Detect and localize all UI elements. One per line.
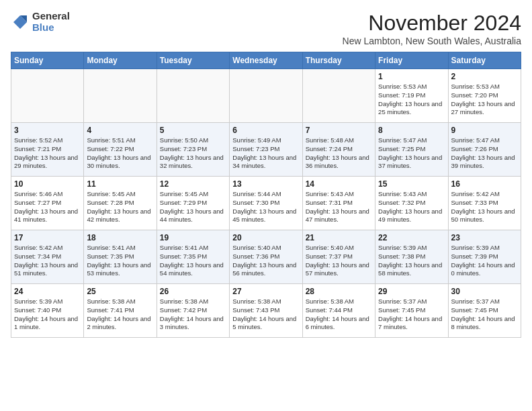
day-cell: 4Sunrise: 5:51 AM Sunset: 7:22 PM Daylig… [84,123,157,177]
logo-icon [11,13,30,32]
day-cell: 1Sunrise: 5:53 AM Sunset: 7:19 PM Daylig… [375,69,448,123]
header: General Blue November 2024 New Lambton, … [11,11,521,46]
day-cell [84,69,157,123]
day-number: 8 [378,126,445,135]
day-info: Sunrise: 5:52 AM Sunset: 7:21 PM Dayligh… [14,136,81,171]
day-info: Sunrise: 5:43 AM Sunset: 7:31 PM Dayligh… [306,190,372,224]
day-cell: 16Sunrise: 5:42 AM Sunset: 7:33 PM Dayli… [448,177,521,230]
day-info: Sunrise: 5:46 AM Sunset: 7:27 PM Dayligh… [14,190,81,224]
day-info: Sunrise: 5:47 AM Sunset: 7:25 PM Dayligh… [378,136,445,171]
day-number: 23 [451,233,518,242]
day-info: Sunrise: 5:43 AM Sunset: 7:32 PM Dayligh… [378,190,445,224]
header-saturday: Saturday [448,52,521,69]
day-info: Sunrise: 5:39 AM Sunset: 7:39 PM Dayligh… [451,244,518,278]
day-info: Sunrise: 5:53 AM Sunset: 7:20 PM Dayligh… [451,83,518,117]
day-cell: 25Sunrise: 5:38 AM Sunset: 7:41 PM Dayli… [84,284,157,338]
day-cell: 14Sunrise: 5:43 AM Sunset: 7:31 PM Dayli… [302,177,375,230]
day-number: 22 [378,233,445,242]
day-cell [157,69,229,123]
header-sunday: Sunday [11,52,84,69]
day-info: Sunrise: 5:39 AM Sunset: 7:40 PM Dayligh… [14,298,81,332]
day-cell: 24Sunrise: 5:39 AM Sunset: 7:40 PM Dayli… [11,284,84,338]
location-subtitle: New Lambton, New South Wales, Australia [343,36,521,46]
week-row-4: 24Sunrise: 5:39 AM Sunset: 7:40 PM Dayli… [11,284,521,338]
day-number: 26 [160,287,226,296]
day-number: 13 [232,179,299,189]
logo-general: General [32,11,70,22]
day-number: 16 [451,179,518,189]
day-number: 30 [451,287,518,296]
day-info: Sunrise: 5:38 AM Sunset: 7:42 PM Dayligh… [160,298,226,332]
day-info: Sunrise: 5:37 AM Sunset: 7:45 PM Dayligh… [378,298,445,332]
header-monday: Monday [84,52,157,69]
day-cell: 12Sunrise: 5:45 AM Sunset: 7:29 PM Dayli… [157,177,229,230]
day-info: Sunrise: 5:40 AM Sunset: 7:36 PM Dayligh… [232,244,299,278]
day-info: Sunrise: 5:37 AM Sunset: 7:45 PM Dayligh… [451,298,518,332]
day-number: 28 [306,287,372,296]
day-info: Sunrise: 5:39 AM Sunset: 7:38 PM Dayligh… [378,244,445,278]
day-number: 19 [160,233,226,242]
day-number: 24 [14,287,81,296]
day-cell: 29Sunrise: 5:37 AM Sunset: 7:45 PM Dayli… [375,284,448,338]
day-info: Sunrise: 5:51 AM Sunset: 7:22 PM Dayligh… [87,136,153,171]
day-cell [11,69,84,123]
header-friday: Friday [375,52,448,69]
day-number: 10 [14,179,81,189]
day-cell: 6Sunrise: 5:49 AM Sunset: 7:23 PM Daylig… [230,123,302,177]
day-cell: 5Sunrise: 5:50 AM Sunset: 7:23 PM Daylig… [157,123,229,177]
day-number: 25 [87,287,153,296]
day-info: Sunrise: 5:40 AM Sunset: 7:37 PM Dayligh… [306,244,372,278]
day-number: 18 [87,233,153,242]
day-number: 17 [14,233,81,242]
header-wednesday: Wednesday [230,52,302,69]
day-info: Sunrise: 5:38 AM Sunset: 7:43 PM Dayligh… [232,298,299,332]
day-cell: 11Sunrise: 5:45 AM Sunset: 7:28 PM Dayli… [84,177,157,230]
day-info: Sunrise: 5:44 AM Sunset: 7:30 PM Dayligh… [232,190,299,224]
day-cell: 26Sunrise: 5:38 AM Sunset: 7:42 PM Dayli… [157,284,229,338]
week-row-1: 3Sunrise: 5:52 AM Sunset: 7:21 PM Daylig… [11,123,521,177]
header-thursday: Thursday [302,52,375,69]
day-info: Sunrise: 5:50 AM Sunset: 7:23 PM Dayligh… [160,136,226,171]
day-number: 7 [306,126,372,135]
day-info: Sunrise: 5:41 AM Sunset: 7:35 PM Dayligh… [160,244,226,278]
day-number: 29 [378,287,445,296]
day-number: 15 [378,179,445,189]
day-info: Sunrise: 5:48 AM Sunset: 7:24 PM Dayligh… [306,136,372,171]
day-number: 21 [306,233,372,242]
month-year-title: November 2024 [343,11,521,36]
week-row-0: 1Sunrise: 5:53 AM Sunset: 7:19 PM Daylig… [11,69,521,123]
logo-blue: Blue [32,22,70,34]
day-info: Sunrise: 5:53 AM Sunset: 7:19 PM Dayligh… [378,83,445,117]
day-info: Sunrise: 5:41 AM Sunset: 7:35 PM Dayligh… [87,244,153,278]
day-cell: 18Sunrise: 5:41 AM Sunset: 7:35 PM Dayli… [84,230,157,284]
day-info: Sunrise: 5:42 AM Sunset: 7:33 PM Dayligh… [451,190,518,224]
day-number: 4 [87,126,153,135]
day-cell: 28Sunrise: 5:38 AM Sunset: 7:44 PM Dayli… [302,284,375,338]
week-row-2: 10Sunrise: 5:46 AM Sunset: 7:27 PM Dayli… [11,177,521,230]
day-cell: 2Sunrise: 5:53 AM Sunset: 7:20 PM Daylig… [448,69,521,123]
header-tuesday: Tuesday [157,52,229,69]
day-cell: 22Sunrise: 5:39 AM Sunset: 7:38 PM Dayli… [375,230,448,284]
day-number: 1 [378,72,445,81]
day-cell [302,69,375,123]
day-cell: 19Sunrise: 5:41 AM Sunset: 7:35 PM Dayli… [157,230,229,284]
day-cell: 20Sunrise: 5:40 AM Sunset: 7:36 PM Dayli… [230,230,302,284]
day-cell: 8Sunrise: 5:47 AM Sunset: 7:25 PM Daylig… [375,123,448,177]
header-row: SundayMondayTuesdayWednesdayThursdayFrid… [11,52,521,69]
calendar-header: SundayMondayTuesdayWednesdayThursdayFrid… [11,52,521,69]
day-number: 27 [232,287,299,296]
day-number: 9 [451,126,518,135]
day-number: 2 [451,72,518,81]
day-cell: 17Sunrise: 5:42 AM Sunset: 7:34 PM Dayli… [11,230,84,284]
day-cell: 23Sunrise: 5:39 AM Sunset: 7:39 PM Dayli… [448,230,521,284]
day-number: 20 [232,233,299,242]
day-number: 5 [160,126,226,135]
calendar-body: 1Sunrise: 5:53 AM Sunset: 7:19 PM Daylig… [11,69,521,338]
day-number: 11 [87,179,153,189]
day-cell: 27Sunrise: 5:38 AM Sunset: 7:43 PM Dayli… [230,284,302,338]
day-number: 14 [306,179,372,189]
logo: General Blue [11,11,70,33]
day-cell: 3Sunrise: 5:52 AM Sunset: 7:21 PM Daylig… [11,123,84,177]
day-cell: 30Sunrise: 5:37 AM Sunset: 7:45 PM Dayli… [448,284,521,338]
day-number: 12 [160,179,226,189]
